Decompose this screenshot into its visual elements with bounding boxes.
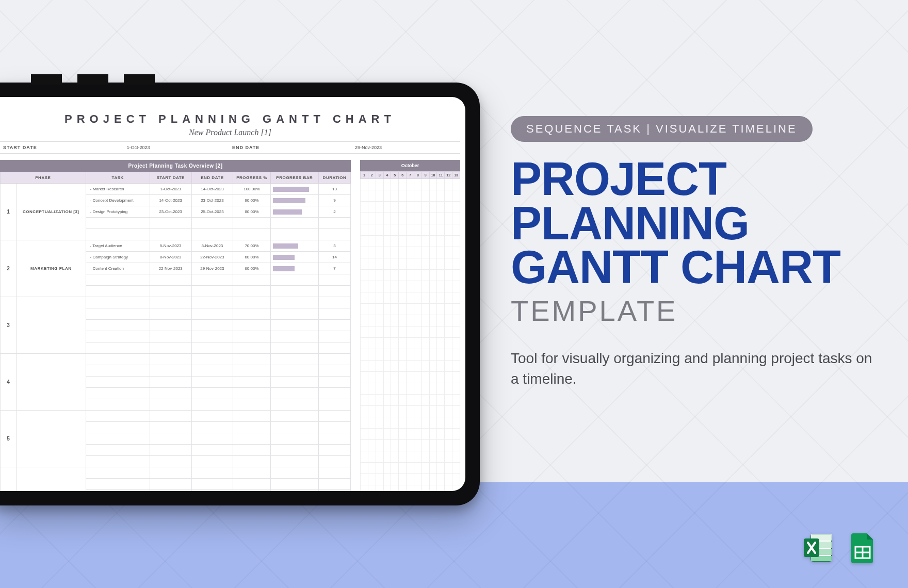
timeline-cell bbox=[414, 485, 421, 492]
phase-name: MARKETING PLAN bbox=[17, 240, 86, 297]
task-progress bbox=[233, 342, 270, 354]
timeline-cell bbox=[421, 213, 429, 224]
timeline-day: 9 bbox=[421, 172, 429, 179]
timeline-cell bbox=[429, 383, 437, 395]
timeline-cell bbox=[429, 485, 437, 492]
task-start bbox=[150, 229, 191, 240]
timeline-cell bbox=[407, 429, 414, 440]
col-end: END DATE bbox=[191, 172, 233, 184]
task-overview-panel: Project Planning Task Overview [2] PHASE… bbox=[0, 160, 351, 491]
timeline-cell bbox=[437, 406, 445, 417]
timeline-row bbox=[361, 281, 460, 292]
timeline-cell bbox=[391, 474, 399, 485]
timeline-cell bbox=[391, 281, 399, 292]
timeline-cell bbox=[414, 247, 421, 258]
timeline-cell bbox=[445, 463, 452, 474]
timeline-cell bbox=[407, 349, 414, 361]
task-start bbox=[150, 342, 191, 354]
timeline-cell bbox=[437, 326, 445, 338]
timeline-day: 7 bbox=[407, 172, 414, 179]
timeline-cell bbox=[368, 292, 376, 304]
timeline-cell bbox=[437, 463, 445, 474]
timeline-cell bbox=[414, 270, 421, 281]
task-end: 23-Oct-2023 bbox=[191, 195, 233, 206]
col-start: START DATE bbox=[150, 172, 191, 184]
task-end bbox=[191, 365, 233, 377]
task-name: - Campaign Strategy bbox=[86, 252, 150, 263]
timeline-cell bbox=[437, 383, 445, 395]
phase-name bbox=[17, 467, 86, 492]
timeline-table: 12345678910111213 bbox=[360, 171, 460, 491]
task-end bbox=[191, 377, 233, 388]
timeline-cell bbox=[429, 202, 437, 213]
timeline-cell bbox=[391, 247, 399, 258]
phase-number: 2 bbox=[1, 240, 17, 297]
timeline-cell bbox=[445, 338, 452, 349]
timeline-cell bbox=[452, 315, 460, 326]
task-progress: 80.00% bbox=[233, 206, 270, 218]
timeline-cell bbox=[421, 406, 429, 417]
timeline-panel: October 12345678910111213 bbox=[360, 160, 460, 491]
timeline-cell bbox=[429, 281, 437, 292]
task-end bbox=[191, 490, 233, 492]
timeline-cell bbox=[383, 440, 391, 451]
progress-bar-cell bbox=[270, 263, 318, 274]
timeline-row bbox=[361, 247, 460, 258]
timeline-cell bbox=[429, 190, 437, 202]
timeline-cell bbox=[437, 451, 445, 463]
progress-bar-cell bbox=[270, 184, 318, 195]
task-progress bbox=[233, 467, 270, 479]
task-progress bbox=[233, 433, 270, 445]
timeline-cell bbox=[368, 463, 376, 474]
task-progress bbox=[233, 218, 270, 229]
task-duration: 14 bbox=[318, 252, 350, 263]
timeline-cell bbox=[407, 417, 414, 429]
task-progress bbox=[233, 490, 270, 492]
task-progress bbox=[233, 399, 270, 411]
task-end bbox=[191, 218, 233, 229]
timeline-cell bbox=[452, 292, 460, 304]
timeline-cell bbox=[445, 224, 452, 236]
task-start bbox=[150, 490, 191, 492]
timeline-row bbox=[361, 270, 460, 281]
timeline-cell bbox=[399, 417, 407, 429]
timeline-cell bbox=[437, 485, 445, 492]
timeline-cell bbox=[429, 429, 437, 440]
timeline-cell bbox=[399, 236, 407, 247]
timeline-cell bbox=[399, 451, 407, 463]
timeline-cell bbox=[361, 485, 368, 492]
phase-number: 6 bbox=[1, 467, 17, 492]
task-end bbox=[191, 342, 233, 354]
timeline-cell bbox=[414, 281, 421, 292]
progress-bar-cell bbox=[270, 399, 318, 411]
progress-bar-cell bbox=[270, 297, 318, 308]
timeline-cell bbox=[361, 315, 368, 326]
timeline-cell bbox=[414, 304, 421, 315]
progress-bar-cell bbox=[270, 377, 318, 388]
timeline-cell bbox=[407, 338, 414, 349]
task-progress: 70.00% bbox=[233, 240, 270, 252]
timeline-cell bbox=[429, 361, 437, 372]
progress-bar-cell bbox=[270, 320, 318, 331]
phase-number: 1 bbox=[1, 184, 17, 240]
progress-bar-cell bbox=[270, 490, 318, 492]
task-progress bbox=[233, 320, 270, 331]
timeline-cell bbox=[429, 349, 437, 361]
task-name bbox=[86, 377, 150, 388]
timeline-cell bbox=[452, 383, 460, 395]
task-end: 8-Nov-2023 bbox=[191, 240, 233, 252]
timeline-cell bbox=[399, 224, 407, 236]
timeline-cell bbox=[452, 247, 460, 258]
timeline-cell bbox=[361, 417, 368, 429]
progress-bar-cell bbox=[270, 286, 318, 297]
timeline-cell bbox=[399, 315, 407, 326]
task-name bbox=[86, 320, 150, 331]
task-duration bbox=[318, 297, 350, 308]
timeline-cell bbox=[421, 485, 429, 492]
timeline-cell bbox=[421, 440, 429, 451]
timeline-cell bbox=[368, 395, 376, 406]
progress-bar-cell bbox=[270, 411, 318, 422]
timeline-cell bbox=[429, 292, 437, 304]
task-start bbox=[150, 320, 191, 331]
task-start: 22-Nov-2023 bbox=[150, 263, 191, 274]
